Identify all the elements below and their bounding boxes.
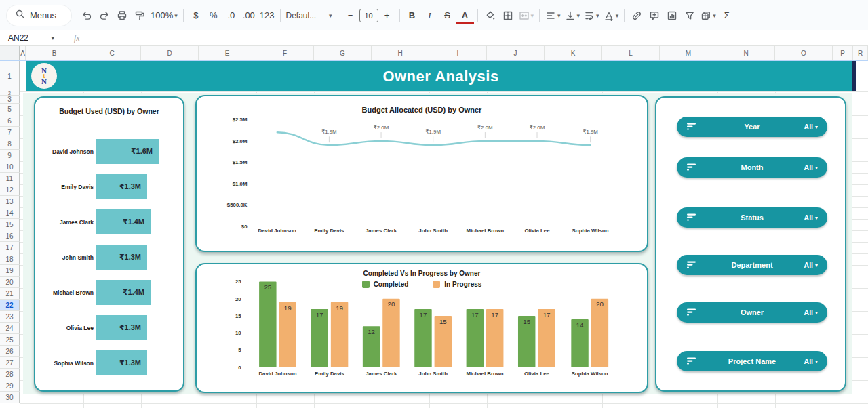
- insert-link-icon[interactable]: [628, 7, 646, 24]
- row-header-8[interactable]: 8: [0, 138, 20, 150]
- column-header-H[interactable]: H: [372, 46, 429, 60]
- sheet-views-icon[interactable]: ▾: [698, 7, 718, 24]
- filter-value-dropdown[interactable]: All▾: [804, 117, 818, 137]
- row-header-25[interactable]: 25: [0, 334, 20, 346]
- filter-value: All: [804, 357, 813, 365]
- column-header-R[interactable]: R: [853, 46, 868, 60]
- text-color-button[interactable]: A: [456, 9, 474, 24]
- row-header-3[interactable]: 3: [0, 96, 20, 104]
- completed-inprogress-chart[interactable]: Completed Vs In Progress by Owner Comple…: [195, 263, 648, 393]
- menus-button[interactable]: Menus: [7, 5, 71, 26]
- increase-font-size-button[interactable]: +: [378, 7, 396, 24]
- row-header-23[interactable]: 23: [0, 311, 20, 323]
- column-header-F[interactable]: F: [256, 46, 314, 60]
- redo-icon[interactable]: [96, 7, 113, 24]
- format-percent-button[interactable]: %: [205, 7, 222, 24]
- increase-decimals-button[interactable]: .00: [240, 7, 258, 24]
- row-header-21[interactable]: 21: [0, 288, 20, 300]
- column-header-K[interactable]: K: [545, 46, 602, 60]
- horizontal-align-icon[interactable]: ▾: [543, 7, 563, 24]
- row-header-24[interactable]: 24: [0, 323, 20, 334]
- filter-pill-department[interactable]: DepartmentAll▾: [677, 255, 827, 275]
- filter-pill-owner[interactable]: OwnerAll▾: [677, 302, 827, 323]
- fill-color-icon[interactable]: [481, 7, 499, 24]
- create-filter-icon[interactable]: [681, 7, 698, 24]
- svg-text:₹2.0M: ₹2.0M: [477, 125, 492, 131]
- row-header-14[interactable]: 14: [0, 207, 20, 219]
- font-size-button[interactable]: 10: [359, 9, 378, 22]
- column-header-D[interactable]: D: [141, 46, 199, 60]
- row-header-13[interactable]: 13: [0, 196, 20, 207]
- filter-value-dropdown[interactable]: All▾: [804, 157, 818, 178]
- row-header-12[interactable]: 12: [0, 184, 20, 196]
- text-rotation-icon[interactable]: ▾: [601, 7, 621, 24]
- italic-button[interactable]: I: [421, 7, 439, 24]
- budget-allocated-chart[interactable]: Budget Allocated (USD) by Owner $2.5M$2.…: [195, 95, 648, 252]
- column-header-E[interactable]: E: [199, 46, 256, 60]
- filter-pill-project-name[interactable]: Project NameAll▾: [677, 351, 827, 371]
- row-header-20[interactable]: 20: [0, 277, 20, 288]
- undo-icon[interactable]: [78, 7, 96, 24]
- paint-format-icon[interactable]: [131, 7, 149, 24]
- link-icon: [631, 10, 642, 21]
- row-header-19[interactable]: 19: [0, 265, 20, 277]
- row-header-9[interactable]: 9: [0, 150, 20, 161]
- print-icon[interactable]: [113, 7, 131, 24]
- strikethrough-button[interactable]: S: [439, 7, 456, 24]
- column-header-C[interactable]: C: [83, 46, 141, 60]
- svg-text:14: 14: [576, 321, 584, 329]
- insert-chart-icon[interactable]: [663, 7, 681, 24]
- filter-value-dropdown[interactable]: All▾: [804, 207, 818, 228]
- functions-button[interactable]: Σ: [718, 7, 736, 24]
- row-header-10[interactable]: 10: [0, 161, 20, 173]
- filter-value-dropdown[interactable]: All▾: [804, 351, 818, 371]
- row-header-30[interactable]: 30: [0, 392, 20, 403]
- budget-used-chart[interactable]: Budget Used (USD) by Owner David Johnson…: [34, 96, 184, 392]
- column-header-J[interactable]: J: [487, 46, 545, 60]
- row-header-29[interactable]: 29: [0, 380, 20, 392]
- column-header-L[interactable]: L: [602, 46, 660, 60]
- filter-value-dropdown[interactable]: All▾: [804, 255, 818, 275]
- column-header-N[interactable]: N: [717, 46, 775, 60]
- filter-pill-year[interactable]: YearAll▾: [677, 117, 827, 137]
- filter-value-dropdown[interactable]: All▾: [804, 302, 818, 323]
- column-header-G[interactable]: G: [314, 46, 372, 60]
- row-header-22[interactable]: 22: [0, 300, 20, 311]
- filter-pill-month[interactable]: MonthAll▾: [677, 157, 827, 178]
- column-header-B[interactable]: B: [26, 46, 83, 60]
- row-header-5[interactable]: 5: [0, 104, 20, 115]
- row-header-15[interactable]: 15: [0, 219, 20, 230]
- font-family-button[interactable]: Defaul...▾: [284, 7, 334, 24]
- more-formats-button[interactable]: 123: [258, 7, 277, 24]
- column-header-P[interactable]: P: [833, 46, 853, 60]
- row-header-17[interactable]: 17: [0, 242, 20, 253]
- row-header-1[interactable]: 1: [0, 61, 20, 91]
- filter-pill-status[interactable]: StatusAll▾: [677, 207, 827, 228]
- decrease-font-size-button[interactable]: −: [342, 7, 359, 24]
- insert-comment-icon[interactable]: [646, 7, 663, 24]
- decrease-decimals-button[interactable]: .0: [222, 7, 240, 24]
- column-header-O[interactable]: O: [775, 46, 833, 60]
- budget-used-bar: ₹1.4M: [96, 209, 151, 234]
- column-header-I[interactable]: I: [429, 46, 487, 60]
- column-header-M[interactable]: M: [660, 46, 717, 60]
- row-header-7[interactable]: 7: [0, 127, 20, 138]
- format-currency-button[interactable]: $: [187, 7, 205, 24]
- text-wrap-icon[interactable]: ▾: [582, 7, 601, 24]
- row-header-28[interactable]: 28: [0, 369, 20, 380]
- sheet-grid[interactable]: 1235678910111213141516171819202122232425…: [0, 61, 868, 408]
- row-header-18[interactable]: 18: [0, 253, 20, 265]
- row-header-26[interactable]: 26: [0, 346, 20, 357]
- name-box[interactable]: AN22 ▾: [0, 33, 60, 43]
- row-header-6[interactable]: 6: [0, 115, 20, 127]
- column-header-A[interactable]: A: [20, 46, 26, 60]
- svg-text:Emily Davis: Emily Davis: [314, 228, 344, 234]
- zoom-select-button[interactable]: 100%▾: [149, 7, 180, 24]
- bold-button[interactable]: B: [403, 7, 421, 24]
- vertical-align-icon[interactable]: ▾: [563, 7, 583, 24]
- row-header-27[interactable]: 27: [0, 357, 20, 369]
- select-all-corner[interactable]: [0, 46, 20, 60]
- row-header-11[interactable]: 11: [0, 173, 20, 184]
- borders-icon[interactable]: [499, 7, 517, 24]
- row-header-16[interactable]: 16: [0, 230, 20, 242]
